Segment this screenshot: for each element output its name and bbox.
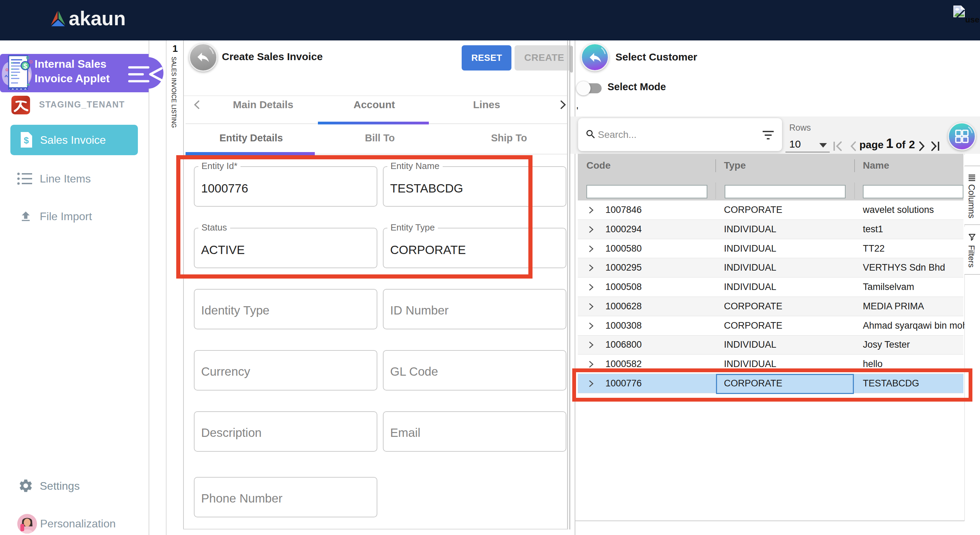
svg-text:$: $ xyxy=(23,62,27,70)
svg-text:$: $ xyxy=(24,135,29,145)
